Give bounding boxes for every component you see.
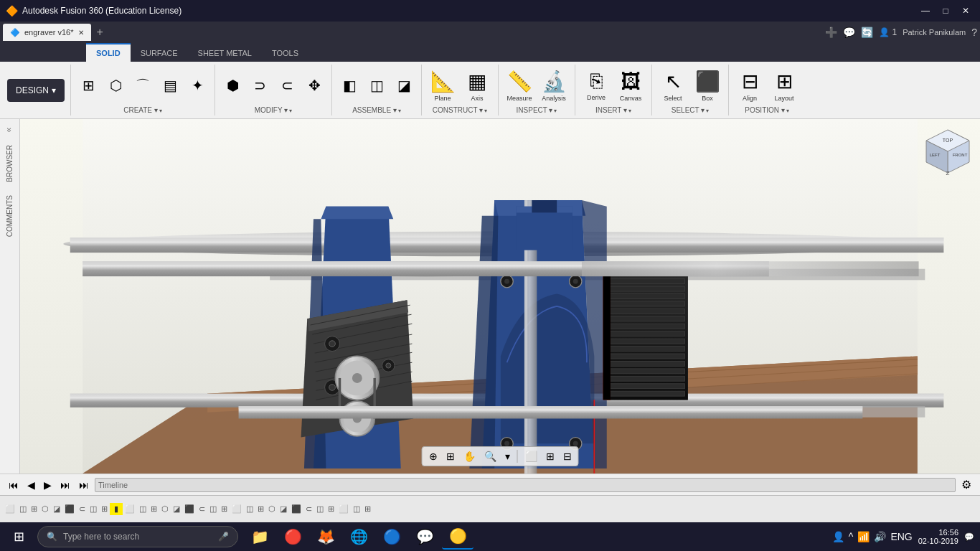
filmstrip-icon-16[interactable]: ⊂ bbox=[197, 503, 207, 515]
filmstrip-icon-8[interactable]: ◫ bbox=[88, 503, 99, 515]
tab-bar-update-icon[interactable]: 🔄 bbox=[861, 27, 873, 38]
taskbar-app-chat[interactable]: 💬 bbox=[409, 524, 440, 550]
tab-surface[interactable]: SURFACE bbox=[131, 43, 188, 62]
pan-btn[interactable]: ✋ bbox=[460, 448, 479, 464]
modify-fillet-btn[interactable]: ⊃ bbox=[247, 76, 273, 95]
minimize-button[interactable]: — bbox=[917, 4, 934, 18]
anim-prev-btn[interactable]: ◀ bbox=[24, 478, 38, 492]
filmstrip-icon-2[interactable]: ◫ bbox=[17, 503, 29, 515]
create-solid-btn[interactable]: ⬡ bbox=[103, 76, 128, 95]
filmstrip-icon-5[interactable]: ◪ bbox=[51, 503, 62, 515]
inspect-analysis-btn[interactable]: 🔬 Analysis bbox=[537, 67, 570, 104]
position-layout-btn[interactable]: ⊞ Layout bbox=[768, 67, 801, 104]
filmstrip-icon-17[interactable]: ◫ bbox=[207, 503, 219, 515]
taskbar-app-firefox[interactable]: 🦊 bbox=[310, 524, 341, 550]
nav-cube[interactable]: TOP FRONT LEFT Z bbox=[923, 126, 973, 176]
filmstrip-icon-18[interactable]: ⊞ bbox=[219, 503, 230, 515]
document-tab-active[interactable]: 🔷 engraver v16* ✕ bbox=[3, 24, 91, 41]
tab-bar-help-icon[interactable]: ? bbox=[971, 27, 977, 38]
taskbar-app-files[interactable]: 📁 bbox=[244, 524, 275, 550]
filmstrip-icon-26[interactable]: ◫ bbox=[314, 503, 326, 515]
assemble-joint-btn[interactable]: ◫ bbox=[364, 76, 390, 95]
tab-solid[interactable]: SOLID bbox=[86, 43, 131, 62]
tab-tools[interactable]: TOOLS bbox=[262, 43, 308, 62]
filmstrip-icon-22[interactable]: ⬡ bbox=[266, 503, 278, 515]
grid-btn[interactable]: ⊞ bbox=[542, 448, 558, 464]
position-align-btn[interactable]: ⊟ Align bbox=[733, 67, 766, 104]
select-box-btn[interactable]: ⬛ Box bbox=[691, 67, 724, 104]
filmstrip-icon-9[interactable]: ⊞ bbox=[99, 503, 110, 515]
construct-axis-btn[interactable]: ▦ Axis bbox=[461, 67, 494, 104]
pan-grid-btn[interactable]: ⊞ bbox=[443, 448, 458, 464]
viewport[interactable]: TOP FRONT LEFT Z ⊕ ⊞ ✋ 🔍 ▾ ⬜ ⊞ ⊟ bbox=[20, 119, 980, 474]
anim-play-btn[interactable]: ▶ bbox=[41, 478, 55, 492]
filmstrip-icon-19[interactable]: ⬜ bbox=[230, 503, 244, 515]
zoom-menu-btn[interactable]: ▾ bbox=[501, 448, 514, 464]
zoom-btn[interactable]: 🔍 bbox=[481, 448, 500, 464]
anim-rewind-btn[interactable]: ⏮ bbox=[6, 478, 22, 492]
tab-add-button[interactable]: + bbox=[93, 26, 108, 39]
grid-menu-btn[interactable]: ⊟ bbox=[560, 448, 575, 464]
filmstrip-icon-29[interactable]: ◫ bbox=[351, 503, 362, 515]
notification-icon[interactable]: 💬 bbox=[964, 532, 974, 542]
filmstrip-icon-15[interactable]: ⬛ bbox=[182, 503, 197, 515]
construct-plane-btn[interactable]: 📐 Plane bbox=[426, 67, 459, 104]
close-button[interactable]: ✕ bbox=[957, 4, 974, 18]
taskbar-app-edge[interactable]: 🔵 bbox=[376, 524, 407, 550]
timeline-settings-btn[interactable]: ⚙ bbox=[958, 476, 974, 493]
create-revolve-btn[interactable]: ⌒ bbox=[130, 76, 156, 95]
taskbar-app-fusion[interactable]: 🟡 bbox=[442, 524, 473, 550]
create-label[interactable]: CREATE ▾ bbox=[123, 106, 162, 116]
assemble-new-component-btn[interactable]: ◧ bbox=[336, 76, 362, 95]
sidebar-comments-tab[interactable]: COMMENTS bbox=[3, 189, 17, 242]
display-mode-btn[interactable]: ⬜ bbox=[522, 448, 541, 464]
tab-close-icon[interactable]: ✕ bbox=[78, 29, 84, 37]
taskbar-app-rx[interactable]: 🔴 bbox=[277, 524, 308, 550]
insert-canvas-btn[interactable]: 🖼 Canvas bbox=[614, 67, 647, 104]
filmstrip-icon-27[interactable]: ⊞ bbox=[326, 503, 336, 515]
create-box-btn[interactable]: ▤ bbox=[157, 76, 183, 95]
anim-next-btn[interactable]: ⏭ bbox=[57, 478, 73, 492]
sidebar-browser-tab[interactable]: BROWSER bbox=[3, 139, 17, 188]
modify-move-btn[interactable]: ✥ bbox=[301, 76, 327, 95]
filmstrip-icon-3[interactable]: ⊞ bbox=[29, 503, 39, 515]
filmstrip-icon-13[interactable]: ⬡ bbox=[159, 503, 171, 515]
assemble-label[interactable]: ASSEMBLE ▾ bbox=[352, 106, 401, 116]
filmstrip-icon-10[interactable]: ⬜ bbox=[123, 503, 137, 515]
inspect-label[interactable]: INSPECT ▾ bbox=[517, 106, 557, 116]
sidebar-expand-btn[interactable]: » bbox=[2, 125, 18, 136]
insert-label[interactable]: INSERT ▾ bbox=[595, 106, 631, 116]
construct-label[interactable]: CONSTRUCT ▾ bbox=[433, 106, 487, 116]
filmstrip-icon-1[interactable]: ⬜ bbox=[3, 503, 17, 515]
position-label[interactable]: POSITION ▾ bbox=[745, 106, 789, 116]
filmstrip-icon-14[interactable]: ◪ bbox=[171, 503, 182, 515]
create-special-btn[interactable]: ✦ bbox=[184, 76, 210, 95]
create-sketch-btn[interactable]: ⊞ bbox=[75, 76, 101, 95]
anim-end-btn[interactable]: ⏭ bbox=[76, 478, 92, 492]
filmstrip-icon-23[interactable]: ◪ bbox=[278, 503, 289, 515]
select-cursor-btn[interactable]: ↖ Select bbox=[656, 67, 689, 104]
start-button[interactable]: ⊞ bbox=[3, 524, 34, 550]
orbit-btn[interactable]: ⊕ bbox=[425, 448, 441, 464]
taskbar-app-chrome[interactable]: 🌐 bbox=[343, 524, 374, 550]
filmstrip-icon-20[interactable]: ◫ bbox=[244, 503, 255, 515]
modify-chamfer-btn[interactable]: ⊂ bbox=[274, 76, 300, 95]
insert-derive-btn[interactable]: ⎘ Derive bbox=[580, 67, 613, 103]
taskbar-search[interactable]: 🔍 Type here to search 🎤 bbox=[37, 526, 238, 547]
filmstrip-icon-11[interactable]: ◫ bbox=[137, 503, 149, 515]
filmstrip-icon-21[interactable]: ⊞ bbox=[255, 503, 266, 515]
inspect-measure-btn[interactable]: 📏 Measure bbox=[503, 67, 536, 104]
filmstrip-icon-6[interactable]: ⬛ bbox=[62, 503, 77, 515]
filmstrip-icon-24[interactable]: ⬛ bbox=[289, 503, 303, 515]
filmstrip-icon-25[interactable]: ⊂ bbox=[303, 503, 314, 515]
tab-sheet-metal[interactable]: SHEET METAL bbox=[188, 43, 262, 62]
tab-bar-add-icon[interactable]: ➕ bbox=[825, 27, 837, 38]
filmstrip-icon-7[interactable]: ⊂ bbox=[77, 503, 88, 515]
filmstrip-icon-12[interactable]: ⊞ bbox=[149, 503, 159, 515]
filmstrip-icon-28[interactable]: ⬜ bbox=[336, 503, 351, 515]
filmstrip-icon-4[interactable]: ⬡ bbox=[39, 503, 51, 515]
assemble-rigid-btn[interactable]: ◪ bbox=[391, 76, 417, 95]
select-label[interactable]: SELECT ▾ bbox=[672, 106, 710, 116]
modify-press-pull-btn[interactable]: ⬢ bbox=[220, 76, 245, 95]
maximize-button[interactable]: □ bbox=[937, 4, 954, 18]
